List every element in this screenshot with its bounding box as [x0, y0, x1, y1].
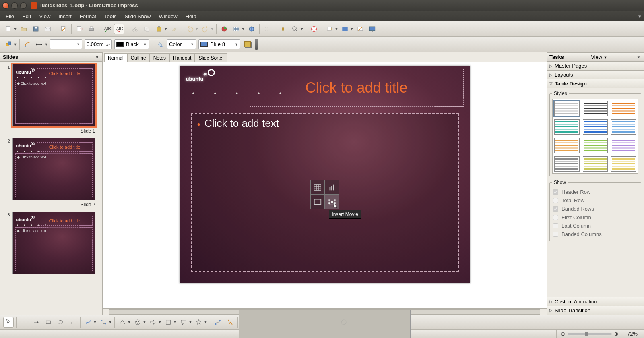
menu-help[interactable]: Help: [182, 12, 200, 21]
view-tab-handout[interactable]: Handout: [169, 53, 195, 62]
rectangle-tool-button[interactable]: [43, 317, 54, 328]
arrow-style-dropdown[interactable]: ▼: [44, 42, 49, 46]
print-button[interactable]: [86, 24, 97, 34]
section-custom-animation[interactable]: ▷Custom Animation: [547, 297, 644, 306]
slide-canvas-wrap[interactable]: ubuntu® • • • • • Click to add title Cli…: [103, 62, 547, 308]
checkbox[interactable]: [553, 232, 558, 237]
table-button[interactable]: [231, 24, 242, 34]
insert-table-icon[interactable]: [310, 180, 325, 195]
basic-shapes-button[interactable]: [117, 317, 128, 328]
undo-dropdown[interactable]: ▼: [194, 27, 199, 31]
symbol-shapes-dropdown[interactable]: ▼: [142, 320, 147, 324]
window-close-button[interactable]: [2, 2, 9, 9]
slide-layout-dropdown[interactable]: ▼: [349, 27, 354, 31]
edit-file-button[interactable]: [58, 24, 69, 34]
spellcheck-button[interactable]: ABC: [102, 24, 112, 34]
zoom-value[interactable]: 72%: [623, 330, 642, 338]
arrange-dropdown[interactable]: ▼: [13, 42, 18, 46]
menu-edit[interactable]: Edit: [18, 12, 35, 21]
slide-layout-button[interactable]: [340, 24, 350, 34]
zoom-dropdown[interactable]: ▼: [299, 27, 304, 31]
zoom-in-icon[interactable]: ⊕: [614, 331, 619, 337]
table-style[interactable]: [554, 101, 580, 116]
insert-movie-icon[interactable]: [325, 195, 339, 209]
checkbox[interactable]: [553, 189, 558, 195]
arrow-style-button[interactable]: [34, 39, 45, 50]
slide-design-button[interactable]: [355, 24, 365, 34]
table-dropdown[interactable]: ▼: [241, 27, 246, 31]
section-layouts[interactable]: ▷Layouts: [547, 71, 644, 79]
redo-dropdown[interactable]: ▼: [210, 27, 215, 31]
menu-file[interactable]: File: [2, 12, 18, 21]
window-maximize-button[interactable]: [20, 2, 27, 9]
menu-overflow-icon[interactable]: ▾: [634, 12, 642, 21]
table-style[interactable]: [583, 101, 608, 116]
checkbox[interactable]: [553, 223, 558, 228]
table-style[interactable]: [611, 138, 636, 153]
menu-window[interactable]: Window: [155, 12, 181, 21]
flowchart-dropdown[interactable]: ▼: [173, 320, 178, 324]
table-style[interactable]: [611, 156, 636, 172]
gluepoints-button[interactable]: [225, 317, 235, 328]
navigator-button[interactable]: [278, 24, 288, 34]
tasks-view-menu[interactable]: View ▼: [591, 54, 607, 60]
ellipse-tool-button[interactable]: [55, 317, 66, 328]
chart-button[interactable]: [219, 24, 229, 34]
email-button[interactable]: [43, 24, 53, 34]
paste-button[interactable]: [154, 24, 164, 34]
section-slide-transition[interactable]: ▷Slide Transition: [547, 306, 644, 315]
new-doc-button[interactable]: [3, 24, 14, 34]
view-tab-notes[interactable]: Notes: [150, 53, 169, 62]
show-option[interactable]: Last Column: [552, 222, 638, 230]
symbol-shapes-button[interactable]: [132, 317, 143, 328]
menu-tools[interactable]: Tools: [100, 12, 120, 21]
undo-button[interactable]: [185, 24, 195, 34]
title-placeholder[interactable]: Click to add title: [250, 69, 464, 107]
autospellcheck-button[interactable]: ABC: [114, 24, 124, 34]
copy-button[interactable]: [142, 24, 152, 34]
help-button[interactable]: [309, 24, 319, 34]
toolbar-grip[interactable]: [255, 39, 258, 50]
table-style[interactable]: [583, 138, 608, 153]
menu-view[interactable]: View: [35, 12, 54, 21]
line-endpoint-button[interactable]: [22, 39, 33, 50]
arrange-button[interactable]: [3, 39, 14, 50]
horizontal-scrollbar[interactable]: [103, 308, 547, 315]
slides-panel-close-icon[interactable]: ×: [94, 54, 100, 60]
stars-button[interactable]: [194, 317, 204, 328]
show-option[interactable]: Banded Columns: [552, 230, 638, 238]
connector-tool-button[interactable]: [98, 317, 109, 328]
table-style[interactable]: [611, 119, 636, 135]
insert-image-icon[interactable]: [310, 195, 325, 209]
table-style[interactable]: [583, 119, 608, 135]
block-arrows-dropdown[interactable]: ▼: [157, 320, 162, 324]
slideshow-from-first-button[interactable]: [324, 24, 335, 34]
show-option[interactable]: Total Row: [552, 196, 638, 205]
section-master-pages[interactable]: ▷Master Pages: [547, 62, 644, 71]
zoom-out-icon[interactable]: ⊖: [561, 331, 565, 337]
tasks-panel-close-icon[interactable]: ×: [634, 54, 641, 60]
menu-slideshow[interactable]: Slide Show: [120, 12, 155, 21]
zoom-control[interactable]: ⊖ ⊕: [556, 330, 623, 338]
stars-dropdown[interactable]: ▼: [203, 320, 208, 324]
select-tool-button[interactable]: [3, 317, 14, 328]
shadow-button[interactable]: [242, 39, 253, 50]
checkbox[interactable]: [553, 198, 558, 203]
open-button[interactable]: [19, 24, 29, 34]
basic-shapes-dropdown[interactable]: ▼: [127, 320, 132, 324]
line-color-combo[interactable]: Black▼: [114, 39, 149, 49]
callouts-dropdown[interactable]: ▼: [188, 320, 193, 324]
content-placeholder[interactable]: Click to add text Insert Movie: [191, 113, 459, 272]
zoom-button[interactable]: [290, 24, 300, 34]
view-tab-normal[interactable]: Normal: [104, 53, 127, 62]
show-option[interactable]: First Column: [552, 213, 638, 222]
line-tool-button[interactable]: [19, 317, 29, 328]
slide-thumbnail[interactable]: ubuntu®• • • • • Click to add title◆ Cli…: [12, 212, 95, 274]
curve-dropdown[interactable]: ▼: [93, 320, 97, 324]
show-option[interactable]: Banded Rows: [552, 205, 638, 213]
checkbox[interactable]: [553, 206, 558, 212]
table-style[interactable]: [554, 138, 580, 153]
table-style[interactable]: [611, 101, 636, 116]
flowchart-button[interactable]: [163, 317, 173, 328]
paste-dropdown[interactable]: ▼: [163, 27, 168, 31]
